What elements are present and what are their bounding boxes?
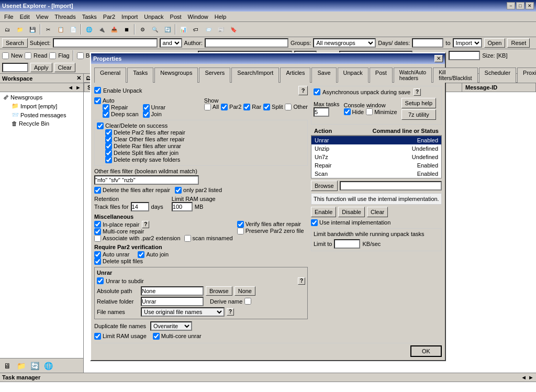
workspace-nav-left[interactable]: ◄ — [68, 84, 73, 91]
unrar-checkbox[interactable] — [143, 104, 150, 111]
enable-unpack-checkbox[interactable] — [94, 87, 101, 94]
unrar-help-btn[interactable]: ? — [298, 277, 305, 285]
tab-save-dialog[interactable]: Save — [311, 68, 336, 83]
ok-button[interactable]: OK — [410, 345, 442, 357]
show-rar-checkbox[interactable] — [243, 104, 250, 110]
toolbar-properties[interactable]: ⚙ — [137, 24, 148, 35]
track-days-input[interactable] — [131, 202, 149, 211]
tree-newsgroups[interactable]: 🗞 Newsgroups — [1, 93, 82, 102]
abs-none-btn[interactable]: None — [234, 286, 255, 296]
tab-tasks[interactable]: Tasks — [127, 68, 153, 83]
subject-input-1[interactable] — [53, 38, 158, 48]
associate-checkbox[interactable] — [94, 235, 101, 242]
clear-action-btn[interactable]: Clear — [367, 207, 388, 217]
file-names-help-btn[interactable]: ? — [227, 308, 234, 316]
new-check[interactable] — [2, 52, 9, 59]
clear-delete-checkbox[interactable] — [97, 122, 104, 129]
scan-checkbox[interactable] — [184, 235, 191, 242]
del-rar-checkbox[interactable] — [105, 143, 112, 150]
verify-checkbox[interactable] — [237, 221, 244, 228]
close-button[interactable]: ✕ — [526, 2, 534, 9]
menu-post[interactable]: Post — [167, 13, 185, 21]
setup-help-btn[interactable]: Setup help — [401, 98, 437, 108]
tree-recycle[interactable]: 🗑 Recycle Bin — [9, 119, 82, 128]
tab-watch-auto[interactable]: Watch/Auto headers — [394, 68, 432, 83]
toolbar-extra5[interactable]: 🔖 — [228, 24, 239, 35]
minimize-button[interactable]: − — [507, 2, 515, 9]
repair-checkbox[interactable] — [103, 104, 109, 111]
del-others-checkbox[interactable] — [105, 136, 112, 143]
del-par2-checkbox[interactable] — [105, 129, 112, 136]
ws-btn-4[interactable]: 🌐 — [42, 360, 54, 372]
toolbar-extra3[interactable]: 📨 — [203, 24, 214, 35]
read-check[interactable] — [25, 52, 31, 59]
task-nav-left[interactable]: ◄ — [521, 374, 527, 380]
body-check[interactable] — [77, 52, 84, 59]
disable-action-btn[interactable]: Disable — [338, 207, 365, 217]
unpack-help-btn[interactable]: ? — [298, 86, 308, 95]
async-checkbox[interactable] — [314, 88, 320, 95]
toolbar-refresh[interactable]: 🔄 — [162, 24, 173, 35]
auto-join-checkbox[interactable] — [138, 251, 144, 258]
show-split-checkbox[interactable] — [263, 104, 270, 110]
tree-posted[interactable]: 📨 Posted messages — [9, 110, 82, 119]
tree-import[interactable]: 📁 Import [empty] — [9, 102, 82, 110]
enable-action-btn[interactable]: Enable — [311, 207, 336, 217]
bandwidth-input[interactable] — [334, 239, 360, 249]
seven-z-btn[interactable]: 7z utility — [401, 109, 437, 120]
action-unzip[interactable]: Unzip Undefined — [311, 144, 441, 153]
join-checkbox[interactable] — [143, 111, 150, 118]
menu-file[interactable]: File — [1, 13, 17, 21]
del-split-checkbox2[interactable] — [94, 258, 101, 265]
tab-search-import[interactable]: Search/Import — [231, 68, 279, 83]
action-unrar[interactable]: Unrar Enabled — [311, 136, 441, 144]
overwrite-select[interactable]: Overwrite — [150, 321, 192, 331]
auto-checkbox[interactable] — [94, 97, 101, 104]
tab-kill-filters[interactable]: Kill filters/Blacklist — [433, 68, 477, 83]
other-files-input[interactable] — [94, 175, 199, 185]
auto-unrar-checkbox[interactable] — [94, 251, 101, 258]
deep-scan-checkbox[interactable] — [103, 111, 109, 118]
async-help-btn[interactable]: ? — [414, 88, 421, 96]
ws-btn-1[interactable]: 🖥 — [2, 360, 13, 372]
inplace-help-btn[interactable]: ? — [142, 221, 149, 228]
menu-par2[interactable]: Par2 — [100, 13, 118, 21]
toolbar-open[interactable]: 📁 — [14, 24, 26, 35]
hide-checkbox[interactable] — [344, 108, 351, 115]
toolbar-new[interactable]: 🗂 — [2, 24, 13, 35]
del-empty-checkbox[interactable] — [105, 156, 112, 163]
tab-newsgroups[interactable]: Newsgroups — [154, 68, 198, 83]
minimize-checkbox[interactable] — [366, 108, 373, 115]
action-repair[interactable]: Repair Enabled — [311, 161, 441, 170]
menu-import[interactable]: Import — [118, 13, 141, 21]
dialog-close-button[interactable]: ✕ — [434, 55, 443, 62]
to-select[interactable]: Import — [453, 38, 482, 48]
tab-scheduler[interactable]: Scheduler — [479, 68, 517, 83]
file-names-select[interactable]: Use original file names — [141, 307, 225, 317]
multicore-unrar-checkbox[interactable] — [153, 333, 160, 340]
author-input-1[interactable] — [205, 38, 288, 48]
workspace-nav-right[interactable]: ► — [75, 84, 81, 91]
action-un7z[interactable]: Un7z Undefined — [311, 153, 441, 161]
toolbar-save[interactable]: 💾 — [27, 24, 38, 35]
only-par2-checkbox[interactable] — [175, 187, 182, 194]
menu-help[interactable]: Help — [211, 13, 230, 21]
flag-check[interactable] — [49, 52, 56, 59]
inplace-checkbox[interactable] — [94, 221, 101, 228]
tab-servers[interactable]: Servers — [199, 68, 230, 83]
toolbar-disconnect[interactable]: 🔌 — [96, 24, 107, 35]
ws-btn-2[interactable]: 📁 — [15, 360, 27, 372]
del-after-repair-checkbox[interactable] — [94, 187, 101, 194]
menu-view[interactable]: View — [33, 13, 52, 21]
tab-proxies[interactable]: Proxies — [517, 68, 536, 83]
abs-browse-btn[interactable]: Browse — [206, 286, 232, 296]
unrar-to-subdir-checkbox[interactable] — [97, 277, 104, 284]
abs-path-input[interactable] — [141, 286, 204, 296]
menu-tasks[interactable]: Tasks — [79, 13, 100, 21]
show-other-checkbox[interactable] — [285, 104, 292, 110]
workspace-close-icon[interactable]: ✕ — [76, 75, 81, 82]
task-nav-right[interactable]: ► — [528, 374, 534, 380]
days-input-1[interactable] — [412, 38, 443, 48]
menu-edit[interactable]: Edit — [17, 13, 33, 21]
menu-unpack[interactable]: Unpack — [141, 13, 166, 21]
